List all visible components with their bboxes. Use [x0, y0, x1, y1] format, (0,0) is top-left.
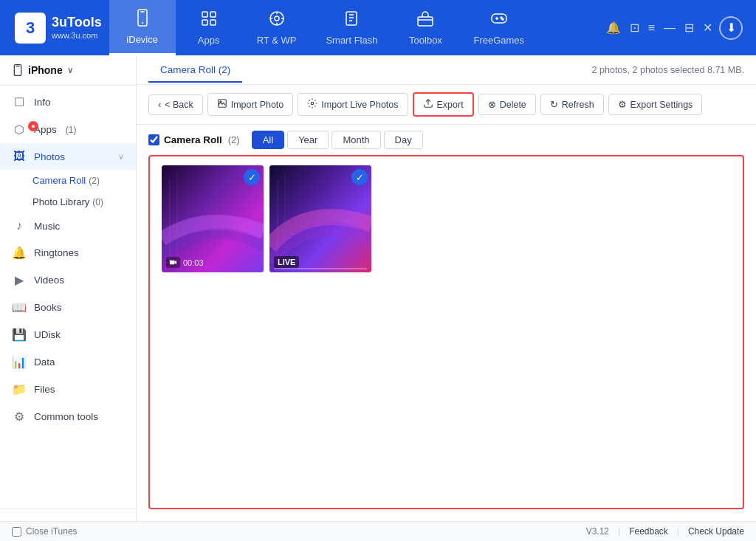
sidebar-item-books[interactable]: 📖 Books [0, 294, 136, 321]
check-update-link[interactable]: Check Update [688, 526, 744, 537]
sidebar-item-apps[interactable]: ⬡ Apps (1) ● [0, 116, 136, 143]
ringtones-icon: 🔔 [12, 246, 27, 260]
filter-tab-day[interactable]: Day [384, 131, 423, 149]
export-settings-icon: ⚙ [618, 99, 627, 110]
tab-smart-flash[interactable]: Smart Flash [311, 0, 392, 55]
tab-rt-wp[interactable]: RT & WP [242, 0, 312, 55]
camera-roll-check-label[interactable]: Camera Roll (2) [148, 134, 240, 145]
export-icon [423, 98, 433, 111]
bell-icon[interactable]: 🔔 [604, 18, 623, 37]
tab-idevice[interactable]: iDevice [109, 0, 176, 55]
minimize-icon[interactable]: — [662, 19, 678, 37]
iphone-icon [12, 64, 24, 76]
apps-sidebar-icon: ⬡ [12, 123, 27, 137]
restore-icon[interactable]: ⊟ [682, 18, 696, 37]
app-url: www.3u.com [52, 31, 102, 41]
apps-badge: ● [28, 121, 38, 131]
logo-box: 3 [15, 13, 46, 44]
close-icon[interactable]: ✕ [701, 18, 715, 37]
footer-right: V3.12 | Feedback | Check Update [586, 526, 744, 537]
sidebar-item-videos[interactable]: ▶ Videos [0, 266, 136, 294]
tab-toolbox[interactable]: Toolbox [392, 0, 458, 55]
window-controls: 🔔 ⊡ ≡ — ⊟ ✕ ⬇ [598, 16, 749, 40]
camera-roll-tab-label: Camera Roll (2) [160, 64, 230, 75]
photo-library-label: Photo Library [32, 196, 89, 207]
photo-2-check: ✓ [351, 169, 368, 185]
sidebar-item-udisk[interactable]: 💾 UDisk [0, 321, 136, 348]
filter-tab-year[interactable]: Year [287, 131, 329, 149]
feedback-link[interactable]: Feedback [629, 526, 668, 537]
svg-rect-3 [202, 12, 207, 17]
photos-icon: 🖼 [12, 150, 27, 163]
photo-info: 2 photos, 2 photos selected 8.71 MB. [592, 65, 744, 75]
sidebar-item-info[interactable]: ☐ Info [0, 89, 136, 116]
photo-2-live-badge: LIVE [274, 256, 299, 268]
filter-tabs: All Year Month Day [252, 131, 423, 149]
sidebar-ad[interactable]: 🚗 H5 [0, 509, 136, 521]
rt-wp-icon [268, 10, 286, 32]
sidebar-item-data[interactable]: 📊 Data [0, 348, 136, 376]
filter-tab-month[interactable]: Month [331, 131, 380, 149]
titlebar: 3 3uTools www.3u.com iDevice Apps RT & W… [0, 0, 756, 55]
import-live-photos-button[interactable]: Import Live Photos [298, 93, 408, 116]
refresh-icon: ↻ [550, 99, 558, 110]
info-icon: ☐ [12, 95, 27, 109]
sidebar-item-common-tools[interactable]: ⚙ Common tools [0, 403, 136, 430]
menu-icon[interactable]: ≡ [646, 19, 657, 37]
delete-button[interactable]: ⊗ Delete [478, 94, 536, 115]
sidebar-item-ringtones[interactable]: 🔔 Ringtones [0, 239, 136, 266]
photos-grid: ✓ 00:03 [148, 155, 744, 509]
sidebar-subitem-photo-library[interactable]: Photo Library (0) [0, 191, 136, 213]
udisk-icon: 💾 [12, 328, 27, 342]
photo-1-duration: 00:03 [183, 258, 204, 267]
delete-icon: ⊗ [488, 99, 496, 110]
download-button[interactable]: ⬇ [719, 16, 743, 40]
sidebar-subitem-camera-roll[interactable]: Camera Roll (2) [0, 170, 136, 191]
refresh-button[interactable]: ↻ Refresh [540, 94, 604, 115]
svg-point-20 [220, 101, 221, 103]
music-icon: ♪ [12, 219, 27, 232]
sidebar-nav: ☐ Info ⬡ Apps (1) ● 🖼 Photos ∨ Camera Ro… [0, 86, 136, 509]
tab-toolbox-label: Toolbox [409, 35, 442, 46]
photo-item-1[interactable]: ✓ 00:03 [162, 165, 264, 272]
back-button[interactable]: ‹ < Back [148, 94, 203, 115]
filter-tab-all[interactable]: All [252, 131, 284, 149]
camera-roll-tab[interactable]: Camera Roll (2) [148, 58, 242, 83]
import-live-icon [307, 98, 317, 111]
filter-count: (2) [228, 134, 240, 145]
close-itunes-checkbox[interactable] [12, 527, 21, 537]
svg-point-21 [312, 102, 315, 105]
svg-point-8 [275, 16, 279, 21]
export-button[interactable]: Export [413, 92, 474, 117]
tab-freegames[interactable]: FreeGames [458, 0, 539, 55]
photos-expand-icon: ∨ [118, 152, 124, 162]
photo-item-2[interactable]: ✓ LIVE [269, 165, 371, 272]
device-icon[interactable]: ⊡ [628, 18, 642, 37]
svg-point-2 [142, 22, 143, 24]
toolbox-icon [416, 10, 434, 32]
camera-roll-count: (2) [89, 176, 100, 186]
content-tabs: Camera Roll (2) 2 photos, 2 photos selec… [137, 55, 756, 85]
sidebar-item-files[interactable]: 📁 Files [0, 376, 136, 403]
svg-rect-24 [170, 261, 174, 265]
content-area: Camera Roll (2) 2 photos, 2 photos selec… [137, 55, 756, 521]
export-settings-button[interactable]: ⚙ Export Settings [608, 94, 703, 115]
tab-freegames-label: FreeGames [473, 35, 524, 46]
tab-idevice-label: iDevice [126, 34, 158, 45]
sidebar-item-music[interactable]: ♪ Music [0, 213, 136, 239]
apps-count: (1) [66, 125, 77, 135]
smart-flash-icon [343, 10, 360, 32]
filter-label: Camera Roll [164, 134, 222, 145]
camera-roll-checkbox[interactable] [148, 134, 159, 145]
data-icon: 📊 [12, 355, 27, 369]
app-name: 3uTools [52, 15, 102, 31]
footer-left: Close iTunes [12, 526, 78, 537]
device-selector[interactable]: iPhone ∨ [0, 55, 136, 86]
svg-point-16 [502, 18, 504, 20]
svg-point-15 [501, 17, 502, 18]
logo-area: 3 3uTools www.3u.com [7, 9, 109, 47]
tab-apps[interactable]: Apps [176, 0, 242, 55]
sidebar-item-photos[interactable]: 🖼 Photos ∨ [0, 143, 136, 170]
common-tools-icon: ⚙ [12, 410, 27, 424]
import-photo-button[interactable]: Import Photo [207, 93, 294, 116]
